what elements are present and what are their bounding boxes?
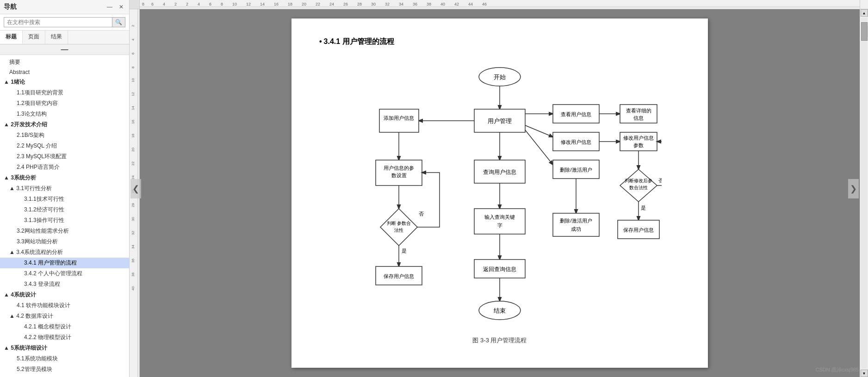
tree-item[interactable]: 3.1.2经济可行性 xyxy=(0,204,129,215)
svg-text:20: 20 xyxy=(131,148,135,152)
tree-item[interactable]: 3.3网站功能分析 xyxy=(0,236,129,247)
svg-text:38: 38 xyxy=(427,2,431,6)
svg-text:2: 2 xyxy=(174,2,177,6)
search-input[interactable] xyxy=(4,17,112,27)
svg-text:输入查询关键: 输入查询关键 xyxy=(484,214,515,220)
svg-text:12: 12 xyxy=(131,92,135,96)
sidebar-close-button[interactable]: ✕ xyxy=(117,3,125,11)
svg-text:34: 34 xyxy=(399,2,403,6)
tree-item[interactable]: ▲ 5系统详细设计 xyxy=(0,343,129,353)
svg-rect-101 xyxy=(474,209,525,234)
tree-item[interactable]: 2.4 PHP语言简介 xyxy=(0,162,129,173)
tree-item[interactable]: 4.1 软件功能模块设计 xyxy=(0,300,129,311)
figure-caption: 图 3-3 用户管理流程 xyxy=(319,336,680,345)
right-scrollbar-top xyxy=(860,0,868,9)
tree-item[interactable]: 5.3用户后台功能模块 xyxy=(0,375,129,377)
svg-text:36: 36 xyxy=(131,259,135,263)
svg-text:4: 4 xyxy=(131,38,135,41)
start-label: 开始 xyxy=(494,74,506,80)
tree-item[interactable]: Abstract xyxy=(0,68,129,77)
nav-arrow-left[interactable]: ❮ xyxy=(130,179,141,198)
ruler-top: 8 6 4 2 2 4 6 8 10 12 14 16 18 20 22 24 xyxy=(130,0,868,9)
tree-item[interactable]: 4.2.2 物理模型设计 xyxy=(0,332,129,343)
svg-text:查询用户信息: 查询用户信息 xyxy=(483,169,516,175)
svg-text:28: 28 xyxy=(131,203,135,207)
collapse-icon: — xyxy=(61,45,68,54)
content-scroll[interactable]: 3.4.1 用户管理的流程 开始 xyxy=(140,9,860,377)
tree-item[interactable]: 4.2.1 概念模型设计 xyxy=(0,321,129,332)
svg-text:6: 6 xyxy=(209,2,211,6)
svg-text:用户信息的参: 用户信息的参 xyxy=(384,165,414,171)
svg-text:修改用户信息: 修改用户信息 xyxy=(623,135,654,141)
tree-item[interactable]: ▲ 3系统分析 xyxy=(0,173,129,183)
tree-item[interactable]: ▲ 4.2 数据库设计 xyxy=(0,311,129,321)
svg-text:返回查询信息: 返回查询信息 xyxy=(483,266,516,272)
nav-arrow-right[interactable]: ❯ xyxy=(848,179,859,198)
svg-text:删除/激活用户: 删除/激活用户 xyxy=(560,218,592,223)
search-button[interactable]: 🔍 xyxy=(112,17,125,27)
tree-item[interactable]: 1.1项目研究的背景 xyxy=(0,87,129,98)
svg-text:8: 8 xyxy=(142,2,144,6)
tree-item[interactable]: 5.2管理员模块 xyxy=(0,364,129,375)
sidebar-collapse-bar[interactable]: — xyxy=(0,44,129,55)
tree-item[interactable]: 3.2网站性能需求分析 xyxy=(0,226,129,236)
svg-text:16: 16 xyxy=(274,2,279,6)
svg-text:18: 18 xyxy=(288,2,292,6)
svg-text:4: 4 xyxy=(198,2,200,6)
tree-item[interactable]: 2.1B/S架构 xyxy=(0,130,129,141)
tab-page[interactable]: 页面 xyxy=(23,31,45,44)
svg-text:8: 8 xyxy=(221,2,223,6)
user-mgmt-label: 用户管理 xyxy=(488,117,512,124)
tree-item[interactable]: 5.1系统功能模块 xyxy=(0,353,129,364)
tree-item[interactable]: ▲ 2开发技术介绍 xyxy=(0,119,129,130)
svg-text:是: 是 xyxy=(402,248,407,253)
scroll-track[interactable] xyxy=(861,18,868,369)
svg-text:是: 是 xyxy=(641,205,646,210)
page-title: 3.4.1 用户管理的流程 xyxy=(319,37,680,47)
tree-item[interactable]: 2.2 MySQL 介绍 xyxy=(0,141,129,151)
svg-text:14: 14 xyxy=(131,106,135,110)
flowchart-svg: 开始 用户管理 添加用户信息 xyxy=(338,61,662,329)
svg-text:22: 22 xyxy=(131,161,135,166)
svg-text:否: 否 xyxy=(658,178,662,183)
svg-text:数合法性: 数合法性 xyxy=(629,185,648,190)
tab-heading[interactable]: 标题 xyxy=(0,31,23,44)
svg-text:22: 22 xyxy=(316,2,320,6)
svg-text:46: 46 xyxy=(482,2,487,6)
scroll-up-button[interactable]: ▲ xyxy=(861,9,868,17)
svg-text:24: 24 xyxy=(329,2,334,6)
tree-item[interactable]: 摘要 xyxy=(0,57,129,68)
tree-item[interactable]: 3.1.3操作可行性 xyxy=(0,215,129,226)
tab-results[interactable]: 结果 xyxy=(45,31,68,44)
tree-item[interactable]: 3.1.1技术可行性 xyxy=(0,194,129,204)
sidebar-header: 导航 — ✕ xyxy=(0,0,129,14)
tree-item[interactable]: 1.3论文结构 xyxy=(0,109,129,119)
svg-text:30: 30 xyxy=(131,217,135,221)
tree-item[interactable]: 3.4.1 用户管理的流程 xyxy=(0,258,129,268)
svg-text:32: 32 xyxy=(385,2,390,6)
tree-item[interactable]: 3.4.2 个人中心管理流程 xyxy=(0,268,129,279)
tree-item[interactable]: ▲ 4系统设计 xyxy=(0,290,129,300)
tree-item[interactable]: ▲ 3.4系统流程的分析 xyxy=(0,247,129,258)
branding: CSDN 晶淖cxsj985 xyxy=(815,366,859,373)
svg-text:6: 6 xyxy=(151,2,154,6)
scroll-down-button[interactable]: ▼ xyxy=(861,370,868,377)
sidebar-tabs: 标题 页面 结果 xyxy=(0,31,129,44)
svg-text:40: 40 xyxy=(440,2,445,6)
svg-text:成功: 成功 xyxy=(571,226,581,232)
svg-text:42: 42 xyxy=(454,2,459,6)
tree-item[interactable]: ▲ 1绪论 xyxy=(0,77,129,87)
svg-text:参数: 参数 xyxy=(633,142,644,148)
tree-item[interactable]: 2.3 MySQL环境配置 xyxy=(0,151,129,162)
svg-text:16: 16 xyxy=(131,120,135,124)
main-area: 8 6 4 2 2 4 6 8 10 12 14 16 18 20 22 24 xyxy=(130,0,868,377)
svg-rect-53 xyxy=(379,109,419,132)
svg-text:保存用户信息: 保存用户信息 xyxy=(623,227,654,233)
tree-item[interactable]: 3.4.3 登录流程 xyxy=(0,279,129,290)
document-area: 2 4 6 8 10 12 14 16 18 20 22 24 26 28 30… xyxy=(130,9,868,377)
svg-text:14: 14 xyxy=(260,2,265,6)
tree-item[interactable]: ▲ 3.1可行性分析 xyxy=(0,183,129,194)
tree-item[interactable]: 1.2项目研究内容 xyxy=(0,98,129,109)
sidebar-minimize-button[interactable]: — xyxy=(105,3,114,11)
svg-text:查看用户信息: 查看用户信息 xyxy=(561,111,591,117)
